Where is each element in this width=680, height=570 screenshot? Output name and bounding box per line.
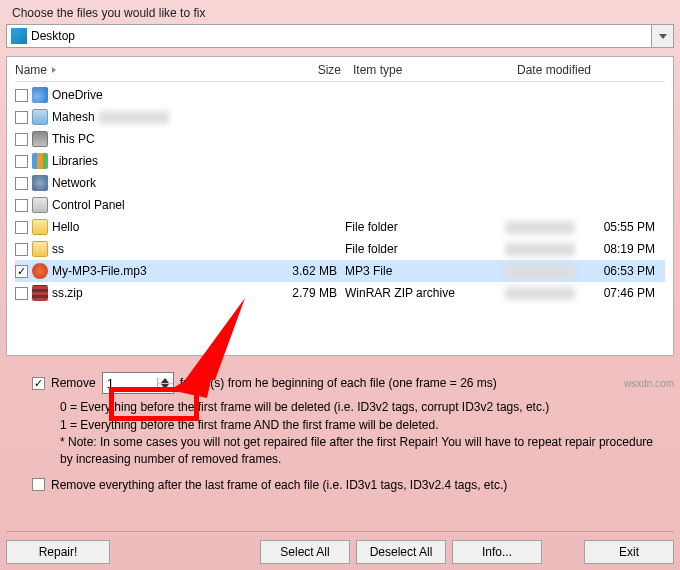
row-time: 06:53 PM	[604, 264, 655, 278]
location-field[interactable]: Desktop	[6, 24, 652, 48]
prompt-label: Choose the files you would like to fix	[12, 6, 672, 20]
col-date[interactable]: Date modified	[517, 63, 667, 77]
row-name: ss.zip	[52, 286, 83, 300]
row-date: 05:55 PM	[505, 220, 655, 234]
options-section: Remove 1 frame(s) from he beginning of e…	[6, 372, 674, 492]
row-name: This PC	[52, 132, 95, 146]
file-row[interactable]: My-MP3-File.mp33.62 MBMP3 File06:53 PM	[15, 260, 665, 282]
repair-button[interactable]: Repair!	[6, 540, 110, 564]
remove-frames-prefix: Remove	[51, 376, 96, 390]
col-name[interactable]: Name	[15, 63, 275, 77]
row-name: Mahesh	[52, 110, 95, 124]
file-row[interactable]: ssFile folder08:19 PM	[15, 238, 665, 260]
location-dropdown-button[interactable]	[652, 24, 674, 48]
user-icon	[32, 109, 48, 125]
file-row[interactable]: Network	[15, 172, 665, 194]
location-text: Desktop	[31, 29, 75, 43]
row-checkbox[interactable]	[15, 155, 28, 168]
row-size: 3.62 MB	[275, 264, 345, 278]
folder-icon	[32, 241, 48, 257]
row-name: Libraries	[52, 154, 98, 168]
row-checkbox[interactable]	[15, 177, 28, 190]
row-name: ss	[52, 242, 64, 256]
redacted	[505, 265, 575, 278]
row-checkbox[interactable]	[15, 243, 28, 256]
row-time: 08:19 PM	[604, 242, 655, 256]
folder-icon	[32, 219, 48, 235]
row-name: OneDrive	[52, 88, 103, 102]
row-checkbox[interactable]	[15, 89, 28, 102]
option-remove-after: Remove everything after the last frame o…	[32, 478, 656, 492]
row-checkbox[interactable]	[15, 265, 28, 278]
remove-frames-sub0: 0 = Everything before the first frame wi…	[60, 398, 656, 416]
watermark: wsxdn.com	[624, 378, 674, 389]
chevron-down-icon	[659, 34, 667, 39]
exit-button[interactable]: Exit	[584, 540, 674, 564]
column-headers: Name Size Item type Date modified	[15, 63, 665, 82]
remove-after-checkbox[interactable]	[32, 478, 45, 491]
row-type: WinRAR ZIP archive	[345, 286, 505, 300]
row-checkbox[interactable]	[15, 199, 28, 212]
redacted	[505, 243, 575, 256]
redacted	[505, 221, 575, 234]
option-remove-frames: Remove 1 frame(s) from he beginning of e…	[32, 372, 656, 394]
file-row[interactable]: OneDrive	[15, 84, 665, 106]
row-checkbox[interactable]	[15, 287, 28, 300]
remove-frames-sub1: 1 = Everything before the first frame AN…	[60, 416, 656, 434]
col-size[interactable]: Size	[279, 63, 349, 77]
redacted	[99, 111, 169, 124]
row-name: Hello	[52, 220, 79, 234]
frames-value[interactable]: 1	[103, 376, 157, 391]
file-row[interactable]: HelloFile folder05:55 PM	[15, 216, 665, 238]
deselect-all-button[interactable]: Deselect All	[356, 540, 446, 564]
remove-frames-note: * Note: In some cases you will not get r…	[60, 434, 656, 468]
select-all-button[interactable]: Select All	[260, 540, 350, 564]
row-checkbox[interactable]	[15, 221, 28, 234]
row-name: My-MP3-File.mp3	[52, 264, 147, 278]
remove-after-label: Remove everything after the last frame o…	[51, 478, 507, 492]
footer: Repair! Select All Deselect All Info... …	[6, 531, 674, 564]
row-date: 08:19 PM	[505, 242, 655, 256]
file-row[interactable]: ss.zip2.79 MBWinRAR ZIP archive07:46 PM	[15, 282, 665, 304]
pc-icon	[32, 131, 48, 147]
file-row[interactable]: Mahesh	[15, 106, 665, 128]
info-button[interactable]: Info...	[452, 540, 542, 564]
row-time: 05:55 PM	[604, 220, 655, 234]
zip-icon	[32, 285, 48, 301]
row-type: MP3 File	[345, 264, 505, 278]
remove-frames-checkbox[interactable]	[32, 377, 45, 390]
file-row[interactable]: Control Panel	[15, 194, 665, 216]
file-list: Name Size Item type Date modified OneDri…	[6, 56, 674, 356]
row-size: 2.79 MB	[275, 286, 345, 300]
row-time: 07:46 PM	[604, 286, 655, 300]
file-row[interactable]: Libraries	[15, 150, 665, 172]
row-name: Control Panel	[52, 198, 125, 212]
triangle-up-icon	[161, 378, 169, 383]
frames-spinner[interactable]: 1	[102, 372, 174, 394]
cpl-icon	[32, 197, 48, 213]
file-row[interactable]: This PC	[15, 128, 665, 150]
row-date: 07:46 PM	[505, 286, 655, 300]
row-checkbox[interactable]	[15, 133, 28, 146]
location-bar: Desktop	[6, 24, 674, 48]
row-checkbox[interactable]	[15, 111, 28, 124]
remove-frames-suffix: frame(s) from he beginning of each file …	[180, 376, 497, 390]
cloud-icon	[32, 87, 48, 103]
triangle-down-icon	[161, 384, 169, 389]
mp3-icon	[32, 263, 48, 279]
spinner-down-button[interactable]	[158, 384, 173, 389]
net-icon	[32, 175, 48, 191]
row-type: File folder	[345, 242, 505, 256]
col-type[interactable]: Item type	[353, 63, 513, 77]
row-type: File folder	[345, 220, 505, 234]
row-date: 06:53 PM	[505, 264, 655, 278]
chevron-right-icon	[52, 67, 56, 73]
lib-icon	[32, 153, 48, 169]
rows-container: OneDriveMaheshThis PCLibrariesNetworkCon…	[15, 84, 665, 304]
row-name: Network	[52, 176, 96, 190]
desktop-icon	[11, 28, 27, 44]
redacted	[505, 287, 575, 300]
